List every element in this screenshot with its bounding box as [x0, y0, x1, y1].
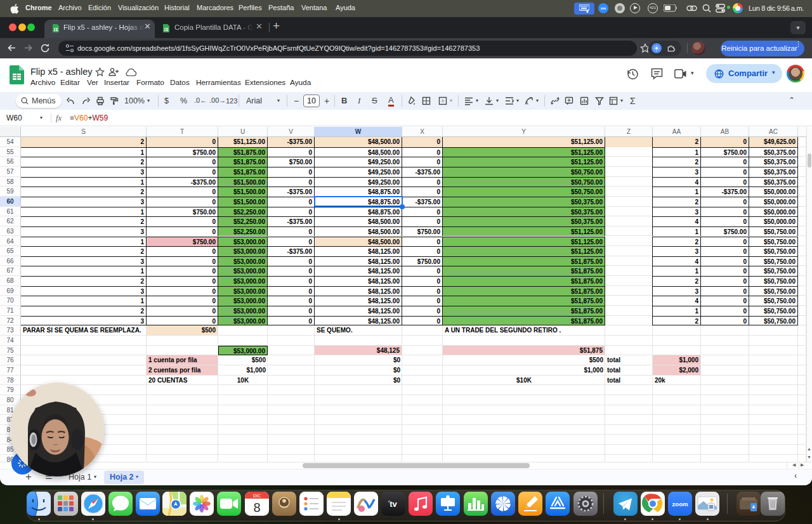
svg-text:DIC: DIC [252, 494, 260, 498]
svg-text:zoom: zoom [672, 501, 688, 508]
svg-text:8: 8 [253, 501, 260, 514]
svg-text:A: A [525, 101, 528, 105]
svg-text:tv: tv [390, 499, 397, 509]
